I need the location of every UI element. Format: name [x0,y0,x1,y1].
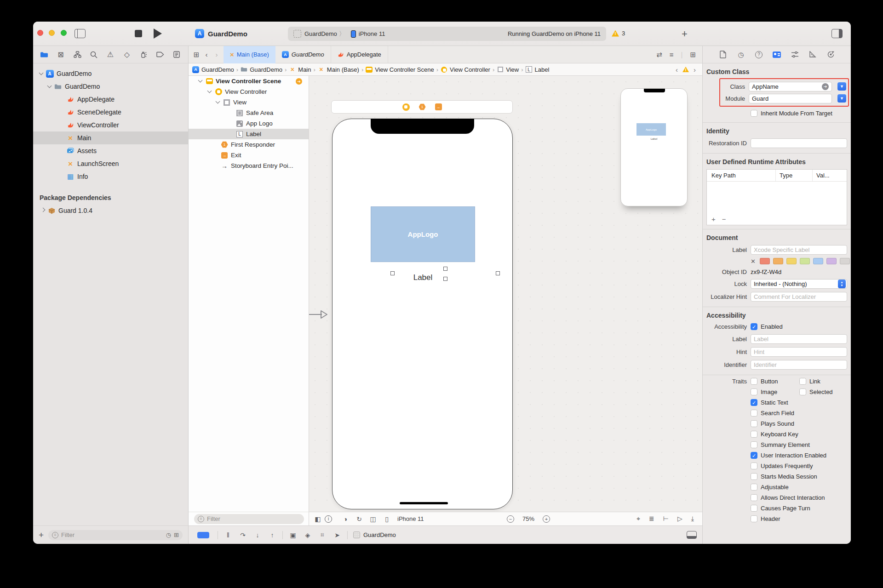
go-back-button[interactable]: ‹ [201,51,212,58]
tree-item-assets[interactable]: Assets [33,144,188,157]
tree-item-main-storyboard[interactable]: × Main [33,131,188,144]
zoom-out-button[interactable]: − [507,515,514,523]
tree-item-launchscreen[interactable]: × LaunchScreen [33,157,188,170]
localizer-hint-field[interactable]: Comment For Localizer [751,292,847,302]
first-responder-dock-icon[interactable]: 1 [419,103,426,110]
simulate-location-icon[interactable]: ➤ [330,531,344,539]
column-key-path[interactable]: Key Path [707,170,776,181]
trait-link-checkbox[interactable] [799,378,806,385]
document-label-field[interactable]: Xcode Specific Label [751,245,847,255]
scheme-destination[interactable]: iPhone 11 [359,30,385,37]
outline-item-app-logo[interactable]: App Logo [189,118,309,129]
next-issue-button[interactable]: › [694,66,696,74]
environment-overrides-icon[interactable]: ⌗ [315,531,330,539]
jumpbar-item-view-controller[interactable]: View Controller [441,66,490,73]
minimize-window-button[interactable] [49,30,55,36]
toggle-outline-icon[interactable]: ◧ [311,515,325,523]
swatch-blue[interactable] [813,258,823,264]
runtime-attributes-table[interactable]: Key Path Type Val... + − [706,169,847,225]
disclosure-chevron-icon[interactable] [39,70,44,75]
navigator-filter-field[interactable]: ≡ Filter ◷ ⊞ [48,530,183,540]
swatch-purple[interactable] [826,258,837,264]
split-preview-icon[interactable]: ◫ [366,515,380,523]
disclosure-chevron-icon[interactable] [47,83,52,88]
disclosure-chevron-icon[interactable] [41,207,46,212]
tree-item-appdelegate[interactable]: AppDelegate [33,93,188,106]
accessibility-enabled-checkbox[interactable] [751,323,757,330]
module-field[interactable]: Guard [749,94,832,103]
tree-item-info-plist[interactable]: ▦ Info [33,170,188,183]
jumpbar-item-label[interactable]: L Label [526,66,550,73]
trait-updates-frequently-checkbox[interactable] [751,462,757,469]
step-over-icon[interactable]: ↷ [235,531,250,539]
disclosure-chevron-icon[interactable] [207,89,212,93]
update-frames-icon[interactable]: ⌖ [636,515,640,523]
issue-warning-icon[interactable] [682,67,689,72]
outline-item-entry-point[interactable]: → Storyboard Entry Poi... [189,160,309,171]
outline-item-safe-area[interactable]: Safe Area [189,108,309,118]
ax-hint-field[interactable]: Hint [751,347,847,357]
memory-graph-icon[interactable]: ◈ [300,531,315,539]
add-editor-icon[interactable]: ⊞ [690,51,696,59]
warning-badge[interactable]: 3 [612,30,625,37]
breakpoint-navigator-icon[interactable] [152,49,168,60]
tree-item-package-guard[interactable]: Guard 1.0.4 [33,204,188,217]
tab-guarddemo-project[interactable]: A GuardDemo [275,46,331,63]
debug-process[interactable]: GuardDemo [353,531,396,538]
selection-handle-right[interactable] [496,271,500,275]
previous-issue-button[interactable]: ‹ [676,66,678,74]
outline-item-view[interactable]: View [189,97,309,108]
tree-item-scenedelegate[interactable]: SceneDelegate [33,106,188,119]
outline-item-view-controller[interactable]: View Controller [189,86,309,97]
zoom-level[interactable]: 75% [522,515,534,522]
help-inspector-icon[interactable]: ? [754,50,764,60]
lock-popup[interactable]: Inherited - (Nothing) ▲▼ [751,279,847,289]
jumpbar-item-view[interactable]: View [497,66,519,73]
trait-causes-page-turn-checkbox[interactable] [751,505,757,512]
resolve-autolayout-icon[interactable]: ▷ [677,515,682,523]
jumpbar-item-main[interactable]: × Main [289,66,311,73]
inherit-module-checkbox[interactable] [751,110,757,117]
editor-options-icon[interactable]: ≡ [670,51,674,58]
tree-item-viewcontroller[interactable]: ViewController [33,119,188,131]
column-value[interactable]: Val... [813,172,830,179]
accessibility-preview-icon[interactable]: i [325,515,338,523]
view-controller-dock-icon[interactable] [402,103,410,111]
outline-item-label[interactable]: L Label [189,129,309,139]
breakpoints-toggle[interactable] [197,532,209,538]
zoom-window-button[interactable] [61,30,67,36]
trait-image-checkbox[interactable] [751,388,757,395]
storyboard-canvas[interactable]: 1 → AppLogo Label AppLogo Label [309,76,702,512]
report-navigator-icon[interactable] [168,49,185,60]
swatch-yellow[interactable] [786,258,797,264]
new-tab-button[interactable]: + [682,28,688,40]
add-attribute-button[interactable]: + [711,215,716,223]
jumpbar-item-group[interactable]: GuardDemo [241,66,282,73]
symbol-navigator-icon[interactable] [69,49,86,60]
device-icon[interactable]: ▯ [380,515,394,523]
jump-to-class-icon[interactable]: ➔ [822,83,829,90]
class-dropdown-button[interactable]: ▼ [837,82,846,91]
iphone-design-surface[interactable]: AppLogo Label [332,119,513,509]
tab-appdelegate[interactable]: AppDelegate [331,46,388,63]
toggle-debug-area-icon[interactable] [687,531,697,539]
jumpbar-item-project[interactable]: A GuardDemo [192,66,234,73]
trait-header-checkbox[interactable] [751,515,757,522]
outline-item-first-responder[interactable]: 1 First Responder [189,139,309,150]
file-inspector-icon[interactable] [718,50,728,60]
device-name[interactable]: iPhone 11 [397,515,424,522]
scheme-selector[interactable]: GuardDemo 〉 iPhone 11 Running GuardDemo … [288,27,606,41]
swap-editor-icon[interactable]: ⇄ [656,51,662,59]
disclosure-chevron-icon[interactable] [198,78,203,83]
connections-inspector-icon[interactable] [826,50,836,60]
swatch-green[interactable] [800,258,810,264]
scheme-target[interactable]: GuardDemo [304,30,337,37]
ax-identifier-field[interactable]: Identifier [751,360,847,370]
swatch-gray[interactable] [840,258,850,264]
size-inspector-icon[interactable] [808,50,818,60]
source-control-navigator-icon[interactable]: ⊠ [52,49,69,60]
identity-inspector-icon[interactable] [772,50,782,60]
popup-stepper-icon[interactable]: ▲▼ [838,280,846,288]
issue-navigator-icon[interactable]: ⚠ [102,49,119,60]
jumpbar-item-scene[interactable]: View Controller Scene [366,66,434,73]
